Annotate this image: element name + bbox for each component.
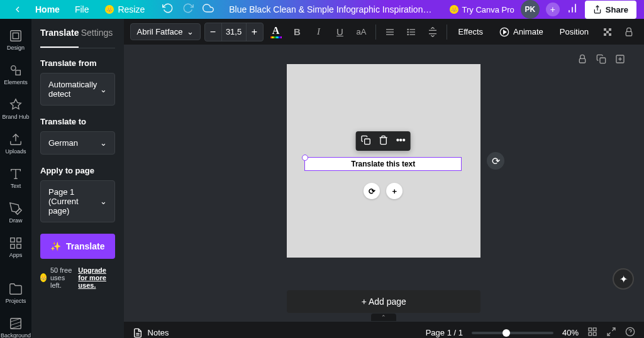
svg-rect-47 <box>593 328 596 331</box>
regenerate-button[interactable]: ⟳ <box>487 152 504 170</box>
svg-rect-4 <box>11 31 21 41</box>
insights-icon[interactable] <box>566 2 579 17</box>
file-menu[interactable]: File <box>67 1 97 18</box>
svg-rect-49 <box>589 332 592 335</box>
align-button[interactable] <box>381 23 399 41</box>
more-icon[interactable]: ••• <box>396 135 406 147</box>
svg-rect-12 <box>17 238 21 242</box>
font-select[interactable]: Abril Fatface⌄ <box>130 23 201 40</box>
svg-rect-36 <box>609 33 611 36</box>
fullscreen-icon[interactable] <box>606 327 616 338</box>
nav-design[interactable]: Design <box>0 24 31 56</box>
delete-icon[interactable] <box>379 135 389 147</box>
cloud-sync-icon[interactable] <box>203 3 214 16</box>
add-icon[interactable]: + <box>386 183 402 199</box>
spacing-button[interactable] <box>424 23 441 41</box>
nav-elements[interactable]: Elements <box>0 58 31 90</box>
svg-rect-13 <box>17 244 21 248</box>
text-case-button[interactable]: aA <box>353 23 370 41</box>
crown-icon: 👑 <box>105 5 114 14</box>
bold-button[interactable]: B <box>289 23 306 41</box>
undo-icon[interactable] <box>162 3 174 16</box>
duplicate-page-icon[interactable] <box>596 54 606 67</box>
uses-left-text: 👑50 free uses left. Upgrade for more use… <box>40 266 115 289</box>
try-pro-label: Try Canva Pro <box>462 5 514 14</box>
help-icon[interactable] <box>625 327 635 338</box>
nav-projects[interactable]: Projects <box>0 277 31 309</box>
text-color-button[interactable]: A <box>267 23 285 41</box>
back-button[interactable] <box>8 1 28 18</box>
translate-to-dropdown[interactable]: German⌄ <box>40 131 115 155</box>
page-expand-handle[interactable]: ⌃ <box>371 313 396 321</box>
tab-translate[interactable]: Translate <box>40 19 79 48</box>
new-page-icon[interactable] <box>615 54 625 67</box>
effects-button[interactable]: Effects <box>452 23 490 40</box>
chevron-down-icon: ⌄ <box>100 197 107 206</box>
apply-to-dropdown[interactable]: Page 1 (Current page)⌄ <box>40 180 115 222</box>
svg-line-51 <box>608 332 611 335</box>
nav-draw[interactable]: Draw <box>0 197 31 229</box>
avatar[interactable]: PK <box>521 0 540 19</box>
panel-tabs: Translate Settings <box>40 19 115 48</box>
decrease-size-button[interactable]: − <box>205 23 221 41</box>
text-element[interactable]: Translate this text ••• ⟳ + <box>304 157 462 171</box>
redo-icon[interactable] <box>182 3 194 16</box>
svg-line-16 <box>11 319 21 322</box>
upgrade-link[interactable]: Upgrade for more uses. <box>78 266 114 289</box>
animate-button[interactable]: Animate <box>493 23 550 41</box>
below-controls: ⟳ + <box>364 183 402 199</box>
lock-button[interactable] <box>620 23 638 41</box>
position-button[interactable]: Position <box>553 23 595 40</box>
zoom-thumb[interactable] <box>502 329 510 337</box>
nav-rail: Design Elements Brand Hub Uploads Text D… <box>0 19 31 338</box>
svg-marker-31 <box>504 30 506 33</box>
font-size-input[interactable] <box>221 23 247 41</box>
sync-icon[interactable]: ⟳ <box>364 183 380 199</box>
svg-rect-37 <box>626 31 631 36</box>
duplicate-icon[interactable] <box>361 135 371 147</box>
translate-button[interactable]: ✨Translate <box>40 234 115 259</box>
svg-line-17 <box>11 322 21 325</box>
text-toolbar: Abril Fatface⌄ − + A B I U aA Effects An… <box>124 19 644 45</box>
translate-from-dropdown[interactable]: Automatically detect⌄ <box>40 73 115 106</box>
resize-handle[interactable] <box>302 155 308 161</box>
document-title[interactable]: Blue Black Clean & Simple Infographic In… <box>216 4 447 14</box>
canvas-page[interactable]: Translate this text ••• ⟳ + ⟳ <box>287 64 480 258</box>
underline-button[interactable]: U <box>331 23 349 41</box>
svg-point-27 <box>408 34 408 35</box>
resize-button[interactable]: 👑Resize <box>97 1 152 18</box>
nav-text[interactable]: Text <box>0 162 31 194</box>
grid-view-icon[interactable] <box>587 327 597 338</box>
canvas-viewport[interactable]: Translate this text ••• ⟳ + ⟳ + Add page… <box>124 45 644 321</box>
home-button[interactable]: Home <box>29 1 66 18</box>
nav-background[interactable]: Background <box>0 312 31 338</box>
svg-rect-7 <box>16 70 20 75</box>
sparkle-icon: ✨ <box>50 241 61 251</box>
notes-button[interactable]: Notes <box>133 328 169 338</box>
resize-label: Resize <box>118 4 145 14</box>
increase-size-button[interactable]: + <box>247 23 263 41</box>
zoom-value[interactable]: 40% <box>562 328 579 337</box>
magic-button[interactable]: ✦ <box>613 268 634 290</box>
tab-settings[interactable]: Settings <box>79 19 114 48</box>
zoom-slider[interactable] <box>472 332 553 334</box>
nav-uploads[interactable]: Uploads <box>0 128 31 160</box>
svg-line-50 <box>612 328 615 331</box>
crown-icon: 👑 <box>450 5 458 14</box>
share-button[interactable]: Share <box>585 1 636 19</box>
nav-apps[interactable]: Apps <box>0 231 31 263</box>
svg-rect-38 <box>579 58 585 63</box>
add-member-button[interactable]: + <box>546 3 560 16</box>
try-pro-button[interactable]: 👑Try Canva Pro <box>450 5 514 14</box>
transparency-button[interactable] <box>599 23 616 41</box>
list-button[interactable] <box>402 23 420 41</box>
lock-page-icon[interactable] <box>577 54 587 67</box>
color-bar <box>270 36 282 38</box>
add-page-button[interactable]: + Add page <box>287 290 480 313</box>
svg-rect-32 <box>604 28 606 31</box>
italic-button[interactable]: I <box>310 23 328 41</box>
chevron-down-icon: ⌄ <box>100 138 107 148</box>
canvas-area: Abril Fatface⌄ − + A B I U aA Effects An… <box>124 19 644 338</box>
nav-brand-hub[interactable]: Brand Hub <box>0 93 31 125</box>
page-indicator[interactable]: Page 1 / 1 <box>426 328 463 337</box>
